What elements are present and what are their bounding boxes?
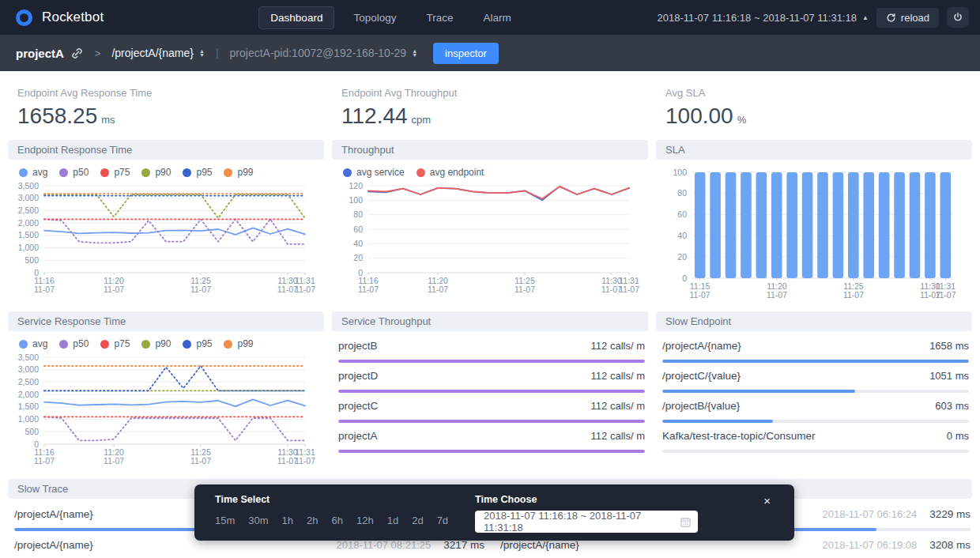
panel-service-throughput: Service Throughput projectB112 calls/ mp… [332,311,648,466]
time-options: 15m30m1h2h6h12h1d2d7d [215,515,448,526]
sla-chart[interactable]: 02040608010011:1511-0711:2011-0711:2511-… [656,166,966,300]
list-item[interactable]: /projectA/{name}1658 ms [662,333,969,363]
list-item[interactable]: projectC112 calls/ m [338,393,645,423]
trace-item-name: /projectA/{name} [14,539,93,551]
time-select-label: Time Select [215,494,448,505]
trace-item-time: 2018-11-07 06:19:08 [822,539,917,551]
list-item[interactable]: projectD112 calls/ m [338,363,645,393]
caret-up-icon: ▲ [862,14,869,21]
legend-p50[interactable]: p50 [59,167,89,178]
link-icon[interactable] [70,47,84,60]
reload-label: reload [901,12,929,24]
time-option-7d[interactable]: 7d [437,515,448,526]
progress-bar-track [338,450,645,453]
stat-label: Endpoint Avg Response Time [17,87,324,99]
legend-dot-icon [343,168,352,177]
time-range-input[interactable]: 2018-11-07 11:16:18 ~ 2018-11-07 11:31:1… [475,511,698,533]
legend-avg-service[interactable]: avg service [343,167,405,178]
list-item-row: /projectC/{value}1051 ms [662,370,969,382]
panel-throughput: Throughput avg serviceavg endpoint 02040… [332,140,648,300]
legend-label: p95 [196,338,212,349]
power-icon [952,12,963,23]
reload-button[interactable]: reload [876,8,939,28]
time-option-30m[interactable]: 30m [248,515,268,526]
chart-legend: avgp50p75p90p95p99 [8,331,324,351]
close-icon[interactable]: × [763,495,771,507]
svg-text:500: 500 [24,255,39,265]
list-item-value: 1658 ms [929,340,969,352]
legend-p50[interactable]: p50 [59,338,89,349]
stat-value: 1658.25ms [17,104,324,129]
legend-p90[interactable]: p90 [141,167,171,178]
time-option-2h[interactable]: 2h [307,515,318,526]
tab-alarm[interactable]: Alarm [472,7,522,28]
stats-row: Endpoint Avg Response Time1658.25msEndpo… [0,71,980,140]
svg-text:1,500: 1,500 [18,402,39,411]
legend-p99[interactable]: p99 [224,338,253,349]
legend-label: p99 [237,167,253,178]
list-item[interactable]: Kafka/test-trace-topic/Consumer0 ms [662,423,969,453]
progress-bar-track [662,450,969,453]
svg-text:1,000: 1,000 [18,243,39,252]
time-option-15m[interactable]: 15m [215,515,235,526]
legend-avg-endpoint[interactable]: avg endpoint [416,167,484,178]
time-option-6h[interactable]: 6h [332,515,343,526]
endpoint-response-time-chart[interactable]: 05001,0001,5002,0002,5003,0003,50011:161… [8,179,318,295]
endpoint-select[interactable]: /projectA/{name} ▲▼ [111,47,204,59]
inspector-button[interactable]: inspector [433,43,499,64]
svg-text:11-07: 11-07 [295,285,315,294]
svg-text:500: 500 [24,427,39,436]
legend-dot-icon [141,340,150,349]
time-range-toggle[interactable]: 2018-11-07 11:16:18 ~ 2018-11-07 11:31:1… [658,12,869,24]
throughput-chart[interactable]: 02040608010012011:1611-0711:2011-0711:25… [332,179,642,295]
service-response-time-chart[interactable]: 05001,0001,5002,0002,5003,0003,50011:161… [8,351,318,466]
svg-text:3,000: 3,000 [18,193,39,202]
svg-text:80: 80 [677,188,687,198]
list-item-value: 1051 ms [929,370,969,382]
legend-label: avg service [356,167,405,178]
legend-p95[interactable]: p95 [183,338,212,349]
svg-text:11-07: 11-07 [514,285,535,294]
list-item-value: 112 calls/ m [591,340,645,352]
stat-block: Avg SLA100.00% [656,87,972,129]
list-item[interactable]: projectB112 calls/ m [338,333,645,363]
tab-dashboard[interactable]: Dashboard [258,6,334,29]
legend-label: p90 [155,338,171,349]
time-range-input-value: 2018-11-07 11:16:18 ~ 2018-11-07 11:31:1… [484,510,680,533]
legend-dot-icon [224,340,232,349]
power-button[interactable] [947,7,969,28]
svg-text:11-07: 11-07 [843,290,864,300]
panel-title: Service Response Time [8,311,324,331]
svg-text:2,000: 2,000 [18,218,39,228]
panel-row-1: Endpoint Response Time avgp50p75p90p95p9… [0,140,980,300]
legend-p95[interactable]: p95 [183,167,212,178]
instance-select[interactable]: projectA-pid:10072@192-168-10-29 ▲▼ [230,47,418,59]
panel-sla: SLA 02040608010011:1511-0711:2011-0711:2… [656,140,972,300]
svg-text:11-07: 11-07 [690,290,710,300]
legend-p99[interactable]: p99 [224,167,253,178]
legend-p75[interactable]: p75 [100,167,130,178]
tab-topology[interactable]: Topology [342,7,407,28]
list-item-value: 603 ms [935,400,969,412]
panel-title: Endpoint Response Time [8,140,324,160]
svg-text:11-07: 11-07 [935,290,956,300]
panel-row-2: Service Response Time avgp50p75p90p95p99… [0,311,980,466]
svg-text:11-07: 11-07 [104,285,124,294]
list-item-name: /projectC/{value} [662,370,741,382]
list-item[interactable]: projectA112 calls/ m [338,423,645,453]
list-item[interactable]: /projectB/{value}603 ms [662,393,969,423]
context-toolbar: projectA > /projectA/{name} ▲▼ | project… [0,35,980,71]
legend-p90[interactable]: p90 [141,338,171,349]
panel-slow-endpoint: Slow Endpoint /projectA/{name}1658 ms/pr… [656,311,972,466]
list-item[interactable]: /projectC/{value}1051 ms [662,363,969,393]
time-option-1h[interactable]: 1h [282,515,293,526]
legend-avg[interactable]: avg [19,167,47,178]
tab-trace[interactable]: Trace [415,7,464,28]
legend-label: p50 [73,338,89,349]
time-option-1d[interactable]: 1d [387,515,398,526]
time-option-12h[interactable]: 12h [356,515,374,526]
svg-text:100: 100 [673,168,687,177]
legend-avg[interactable]: avg [19,338,47,349]
legend-p75[interactable]: p75 [100,338,130,349]
time-option-2d[interactable]: 2d [412,515,423,526]
